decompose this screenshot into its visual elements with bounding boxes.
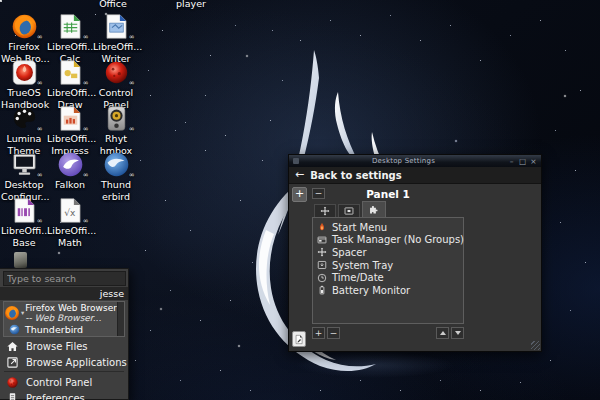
favorite-firefox-web-browser[interactable]: ▾Firefox Web Browser-- Web Browser... xyxy=(4,302,124,323)
desktop-icon-control-panel[interactable]: ∞ControlPanel xyxy=(93,59,139,110)
panel-config: − Panel 1 Start MenuTask Manager (No Gro… xyxy=(312,187,464,348)
widget-row-task-manager-no-groups[interactable]: Task Manager (No Groups) xyxy=(313,234,463,247)
lo-calc-icon xyxy=(57,13,84,40)
icon-label: Lumina xyxy=(1,133,47,144)
maximize-button[interactable]: □ xyxy=(519,157,526,166)
search-input[interactable] xyxy=(3,271,126,286)
remove-widget-button[interactable]: − xyxy=(327,327,340,339)
desktop-icon-libreoffi-calc[interactable]: ∞LibreOffi...Calc xyxy=(47,13,93,64)
desktop-icon-falkon[interactable]: ∞Falkon xyxy=(47,151,93,190)
panel-tab-puzzle[interactable] xyxy=(362,201,386,217)
taskbar-icon xyxy=(317,235,327,245)
launch-icon xyxy=(6,356,19,369)
icon-image: ∞ xyxy=(57,59,84,86)
shortcut-emblem-icon: ∞ xyxy=(37,126,43,133)
window-resize-grip[interactable] xyxy=(531,341,540,350)
desktop: Office player ∞FirefoxWeb Bro...∞LibreOf… xyxy=(0,0,600,400)
widget-row-battery-monitor[interactable]: Battery Monitor xyxy=(313,284,463,297)
partial-icon-label: Office xyxy=(90,0,136,9)
add-widget-button[interactable]: + xyxy=(312,327,325,339)
remove-panel-button[interactable]: − xyxy=(312,188,325,199)
widget-label: Battery Monitor xyxy=(332,285,410,296)
favorite-label: Firefox Web Browser xyxy=(25,303,117,313)
widget-row-time-date[interactable]: Time/Date xyxy=(313,271,463,284)
window-titlebar[interactable]: Desktop Settings – □ × xyxy=(289,155,541,167)
icon-image: ∞ xyxy=(57,105,84,132)
profile-export-button[interactable] xyxy=(292,331,306,347)
shortcut-emblem-icon: ∞ xyxy=(129,80,135,87)
icon-image: ∞ xyxy=(11,197,38,224)
icon-image: ∞ xyxy=(57,151,84,178)
menu-item-label: Control Panel xyxy=(26,377,92,388)
icon-image: ∞ xyxy=(103,151,130,178)
desktop-icon-desktop-configur[interactable]: ∞DesktopConfigur... xyxy=(1,151,47,202)
favorite-thunderbird[interactable]: Thunderbird xyxy=(4,323,124,336)
widget-row-start-menu[interactable]: Start Menu xyxy=(313,221,463,234)
panel-tab-screen[interactable] xyxy=(338,204,360,217)
start-menu-items: Browse FilesBrowse ApplicationsControl P… xyxy=(0,338,128,400)
widget-list: Start MenuTask Manager (No Groups)Spacer… xyxy=(312,217,464,324)
shortcut-emblem-icon: ∞ xyxy=(37,34,43,41)
shortcut-emblem-icon: ∞ xyxy=(83,34,89,41)
widget-row-spacer[interactable]: Spacer xyxy=(313,246,463,259)
desktop-icon-libreoffi-impress[interactable]: ∞LibreOffi...Impress xyxy=(47,105,93,156)
menu-item-preferences[interactable]: Preferences xyxy=(0,390,128,400)
favorites-list: ▾Firefox Web Browser-- Web Browser...Thu… xyxy=(3,301,125,337)
desktop-icon-libreoffi-draw[interactable]: ∞LibreOffi...Draw xyxy=(47,59,93,110)
back-arrow-icon: ← xyxy=(295,170,304,180)
nebula-glow xyxy=(295,352,455,378)
minimize-button[interactable]: – xyxy=(508,157,515,166)
back-to-settings-button[interactable]: ← Back to settings xyxy=(289,167,541,184)
desktop-icon-libreoffi-math[interactable]: √x∞LibreOffi...Math xyxy=(47,197,93,248)
menu-separator xyxy=(4,371,124,372)
widget-label: Time/Date xyxy=(332,272,384,283)
desktop-icon-firefox-web-bro[interactable]: ∞FirefoxWeb Bro... xyxy=(1,13,47,64)
desktop-settings-window: Desktop Settings – □ × ← Back to setting… xyxy=(288,154,542,352)
widget-label: Task Manager (No Groups) xyxy=(332,234,464,245)
panel-tab-move[interactable] xyxy=(314,204,336,217)
move-icon xyxy=(320,206,330,216)
page-edit-icon xyxy=(294,334,304,345)
move-widget-up-button[interactable] xyxy=(436,327,449,339)
partial-icon-label: player xyxy=(168,0,214,9)
favorites-scrollbar[interactable] xyxy=(117,302,124,336)
icon-label: Math xyxy=(47,237,93,248)
panel-tabs xyxy=(312,201,464,217)
desktop-icon-libreoffi-writer[interactable]: ∞LibreOffi...Writer xyxy=(93,13,139,64)
menu-item-browse-applications[interactable]: Browse Applications xyxy=(0,354,128,370)
shortcut-emblem-icon: ∞ xyxy=(129,172,135,179)
desktop-icon-trueos-handbook[interactable]: ∞TrueOSHandbook xyxy=(1,59,47,110)
add-panel-button[interactable]: + xyxy=(292,187,307,202)
firefox-icon xyxy=(4,305,20,321)
desktop-icon-lumina-theme[interactable]: ∞LuminaTheme xyxy=(1,105,47,156)
widget-label: System Tray xyxy=(332,260,393,271)
shortcut-emblem-icon: ∞ xyxy=(129,34,135,41)
desktop-icon-rhyt-hmbox[interactable]: ∞Rhythmbox xyxy=(93,105,139,156)
menu-item-control-panel[interactable]: Control Panel xyxy=(0,374,128,390)
menu-item-browse-files[interactable]: Browse Files xyxy=(0,338,128,354)
monitor-icon xyxy=(11,151,38,178)
desktop-icon-thund-erbird[interactable]: ∞Thunderbird xyxy=(93,151,139,202)
svg-text:√x: √x xyxy=(64,208,76,218)
move-widget-down-button[interactable] xyxy=(451,327,464,339)
icon-label: Thund xyxy=(93,179,139,190)
icon-label: LibreOffi... xyxy=(47,133,93,144)
lo-base-icon xyxy=(11,197,38,224)
widget-row-system-tray[interactable]: System Tray xyxy=(313,259,463,272)
home-icon xyxy=(6,340,19,353)
icon-image: ∞ xyxy=(11,59,38,86)
menu-item-label: Browse Applications xyxy=(26,357,127,368)
shortcut-emblem-icon: ∞ xyxy=(83,80,89,87)
trueos-icon xyxy=(11,59,38,86)
dropdown-caret-icon[interactable]: ▾ xyxy=(21,309,24,317)
desktop-icon-libreoffi-base[interactable]: ∞LibreOffi...Base xyxy=(1,197,47,248)
partial-desktop-icon[interactable] xyxy=(14,252,27,268)
shortcut-emblem-icon: ∞ xyxy=(37,172,43,179)
screen-icon xyxy=(344,206,354,216)
close-button[interactable]: × xyxy=(530,157,537,166)
preferences-icon xyxy=(6,392,19,400)
shortcut-emblem-icon: ∞ xyxy=(83,172,89,179)
shortcut-emblem-icon: ∞ xyxy=(37,218,43,225)
menu-item-label: Preferences xyxy=(26,393,85,400)
icon-label: Desktop xyxy=(1,179,47,190)
